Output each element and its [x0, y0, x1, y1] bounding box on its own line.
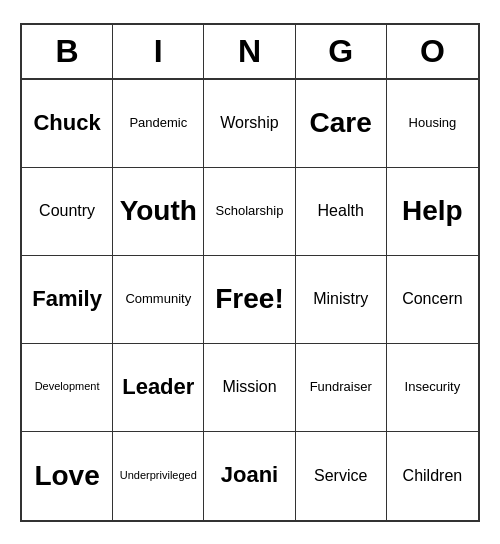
header-letter-b: B	[22, 25, 113, 78]
cell-label: Chuck	[33, 110, 100, 136]
bingo-cell: Insecurity	[387, 344, 478, 432]
bingo-cell: Children	[387, 432, 478, 520]
cell-label: Development	[35, 380, 100, 393]
cell-label: Family	[32, 286, 102, 312]
bingo-grid: ChuckPandemicWorshipCareHousingCountryYo…	[22, 80, 478, 520]
bingo-cell: Scholarship	[204, 168, 295, 256]
bingo-cell: Help	[387, 168, 478, 256]
bingo-cell: Joani	[204, 432, 295, 520]
bingo-cell: Family	[22, 256, 113, 344]
cell-label: Free!	[215, 282, 283, 316]
cell-label: Concern	[402, 289, 462, 308]
bingo-cell: Development	[22, 344, 113, 432]
bingo-cell: Community	[113, 256, 204, 344]
bingo-cell: Country	[22, 168, 113, 256]
cell-label: Pandemic	[129, 115, 187, 131]
bingo-cell: Service	[296, 432, 387, 520]
cell-label: Ministry	[313, 289, 368, 308]
cell-label: Joani	[221, 462, 278, 488]
cell-label: Help	[402, 194, 463, 228]
bingo-cell: Fundraiser	[296, 344, 387, 432]
cell-label: Leader	[122, 374, 194, 400]
cell-label: Worship	[220, 113, 278, 132]
cell-label: Insecurity	[405, 379, 461, 395]
bingo-card: BINGO ChuckPandemicWorshipCareHousingCou…	[20, 23, 480, 522]
cell-label: Underprivileged	[120, 469, 197, 482]
cell-label: Fundraiser	[310, 379, 372, 395]
bingo-cell: Housing	[387, 80, 478, 168]
header-letter-o: O	[387, 25, 478, 78]
header-letter-i: I	[113, 25, 204, 78]
bingo-cell: Health	[296, 168, 387, 256]
header-letter-n: N	[204, 25, 295, 78]
bingo-cell: Leader	[113, 344, 204, 432]
cell-label: Community	[125, 291, 191, 307]
cell-label: Country	[39, 201, 95, 220]
cell-label: Housing	[409, 115, 457, 131]
bingo-header: BINGO	[22, 25, 478, 80]
bingo-cell: Youth	[113, 168, 204, 256]
bingo-cell: Mission	[204, 344, 295, 432]
cell-label: Service	[314, 466, 367, 485]
cell-label: Health	[318, 201, 364, 220]
bingo-cell: Underprivileged	[113, 432, 204, 520]
bingo-cell: Pandemic	[113, 80, 204, 168]
cell-label: Children	[403, 466, 463, 485]
bingo-cell: Concern	[387, 256, 478, 344]
cell-label: Scholarship	[216, 203, 284, 219]
bingo-cell: Care	[296, 80, 387, 168]
bingo-cell: Free!	[204, 256, 295, 344]
bingo-cell: Chuck	[22, 80, 113, 168]
cell-label: Youth	[120, 194, 197, 228]
bingo-cell: Worship	[204, 80, 295, 168]
cell-label: Love	[34, 459, 99, 493]
bingo-cell: Ministry	[296, 256, 387, 344]
bingo-cell: Love	[22, 432, 113, 520]
cell-label: Mission	[222, 377, 276, 396]
cell-label: Care	[310, 106, 372, 140]
header-letter-g: G	[296, 25, 387, 78]
